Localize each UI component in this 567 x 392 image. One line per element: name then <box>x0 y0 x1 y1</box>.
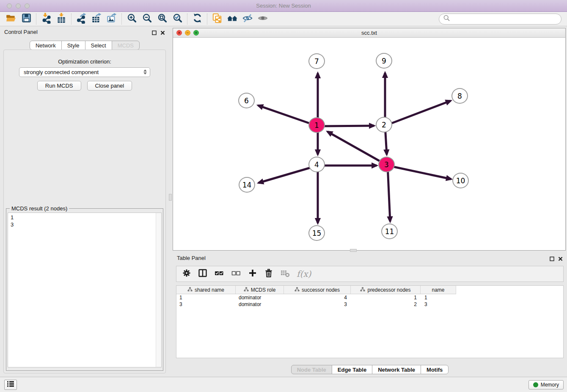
cell-shared-name[interactable]: 1 <box>176 294 236 301</box>
table-tabs: Node Table Edge Table Network Table Moti… <box>173 365 567 374</box>
graph-node-7[interactable]: 7 <box>308 53 325 69</box>
tab-network[interactable]: Network <box>30 41 62 50</box>
cell-name[interactable]: 1 <box>421 294 456 301</box>
graph-node-6[interactable]: 6 <box>238 93 255 108</box>
show-all-button[interactable] <box>255 13 270 25</box>
graph-edge-1-2[interactable] <box>318 126 374 126</box>
table-header-row: shared name MCDS role successor nodes pr… <box>176 286 563 294</box>
node-table: shared name MCDS role successor nodes pr… <box>176 285 564 358</box>
export-table-button[interactable] <box>89 13 104 25</box>
optimization-criterion-select[interactable]: strongly connected component <box>19 67 150 77</box>
close-panel-icon[interactable] <box>558 255 563 263</box>
import-table-button[interactable] <box>54 13 69 25</box>
table-panel-title: Table Panel <box>177 255 206 261</box>
graph-edge-4-14[interactable] <box>259 166 318 183</box>
table-settings-button[interactable] <box>182 268 191 279</box>
memory-button[interactable]: Memory <box>528 380 564 389</box>
graph-node-3[interactable]: 3 <box>378 157 395 172</box>
network-from-selection-button[interactable] <box>209 13 225 25</box>
zoom-out-button[interactable] <box>139 13 154 25</box>
table-row[interactable]: 1 dominator 4 1 1 <box>176 294 563 301</box>
result-scrollbar[interactable] <box>156 213 161 367</box>
graph-node-15[interactable]: 15 <box>308 225 325 241</box>
cell-successor-nodes[interactable]: 3 <box>284 301 351 308</box>
eye-slash-icon <box>242 13 253 25</box>
run-mcds-button[interactable]: Run MCDS <box>37 81 81 91</box>
graph-node-9[interactable]: 9 <box>376 53 392 69</box>
copy-network-icon <box>212 13 223 25</box>
select-all-button[interactable] <box>214 268 224 279</box>
window-title: Session: New Session <box>0 3 567 9</box>
graph-node-14[interactable]: 14 <box>239 177 255 193</box>
search-input[interactable] <box>452 16 557 22</box>
import-table-icon <box>56 13 67 25</box>
save-session-button[interactable] <box>19 13 34 25</box>
control-panel: Control Panel Network Style Select MCDS … <box>0 26 169 377</box>
graph-edge-3-1[interactable] <box>328 132 388 166</box>
table-row[interactable]: 3 dominator 3 2 3 <box>176 301 563 308</box>
tab-style[interactable]: Style <box>61 41 85 50</box>
tab-network-table[interactable]: Network Table <box>372 365 421 374</box>
cell-mcds-role[interactable]: dominator <box>236 294 284 301</box>
column-header-shared-name[interactable]: shared name <box>176 286 236 294</box>
close-panel-button[interactable]: Close panel <box>87 81 132 91</box>
tab-node-table[interactable]: Node Table <box>291 365 332 374</box>
panel-splitter-handle[interactable] <box>169 194 172 201</box>
cell-predecessor-nodes[interactable]: 1 <box>351 294 421 301</box>
column-label: MCDS role <box>251 287 276 293</box>
graph-node-10[interactable]: 10 <box>452 173 469 188</box>
float-panel-icon[interactable] <box>152 29 157 37</box>
cell-successor-nodes[interactable]: 4 <box>284 294 351 301</box>
hierarchy-icon <box>187 287 193 293</box>
status-bar: Memory <box>0 377 567 392</box>
graph-node-1[interactable]: 1 <box>308 117 325 133</box>
open-session-button[interactable] <box>3 13 19 25</box>
column-header-successor-nodes[interactable]: successor nodes <box>284 286 351 294</box>
graph-node-8[interactable]: 8 <box>451 88 468 104</box>
float-panel-icon[interactable] <box>550 255 554 263</box>
network-window: × − + scc.txt <box>173 28 566 251</box>
show-home-button[interactable] <box>225 13 240 25</box>
add-column-button[interactable] <box>248 268 257 279</box>
toolbar-separator <box>207 14 207 25</box>
graph-edge-3-11[interactable] <box>388 166 390 221</box>
function-builder-button[interactable]: f(x) <box>297 269 311 279</box>
graph-edge-3-10[interactable] <box>388 166 451 179</box>
cell-name[interactable]: 3 <box>421 301 456 308</box>
graph-node-4[interactable]: 4 <box>308 157 325 172</box>
network-canvas[interactable]: 1 2 3 4 6 7 8 9 10 11 14 15 <box>173 38 565 250</box>
graph-node-11[interactable]: 11 <box>381 224 398 239</box>
delete-table-button[interactable] <box>280 268 290 279</box>
graph-node-2[interactable]: 2 <box>376 117 392 133</box>
mcds-pane: Optimization criterion: strongly connect… <box>3 50 166 373</box>
mcds-result-area[interactable]: 1 3 <box>8 213 162 367</box>
column-header-mcds-role[interactable]: MCDS role <box>236 286 284 294</box>
task-history-button[interactable] <box>4 380 17 390</box>
graph-edge-2-8[interactable] <box>385 101 451 126</box>
tab-motifs[interactable]: Motifs <box>421 365 449 374</box>
table-columns-button[interactable] <box>198 268 207 279</box>
zoom-selected-button[interactable] <box>170 13 185 25</box>
column-header-name[interactable]: name <box>421 286 456 294</box>
fit-content-button[interactable] <box>154 13 170 25</box>
tab-edge-table[interactable]: Edge Table <box>332 365 372 374</box>
toolbar-separator <box>36 14 36 25</box>
refresh-network-button[interactable] <box>190 13 205 25</box>
import-network-button[interactable] <box>39 13 54 25</box>
zoom-in-button[interactable] <box>124 13 139 25</box>
tab-select[interactable]: Select <box>85 41 112 50</box>
cell-predecessor-nodes[interactable]: 2 <box>351 301 421 308</box>
export-network-button[interactable] <box>74 13 89 25</box>
deselect-all-button[interactable] <box>231 268 241 279</box>
cell-shared-name[interactable]: 3 <box>176 301 236 308</box>
hide-selected-button[interactable] <box>240 13 255 25</box>
mcds-result-value: 3 <box>8 221 161 228</box>
tab-mcds[interactable]: MCDS <box>112 41 140 50</box>
search-box[interactable] <box>439 14 561 25</box>
delete-column-button[interactable] <box>264 268 273 279</box>
close-panel-icon[interactable] <box>160 29 165 37</box>
network-window-titlebar[interactable]: × − + scc.txt <box>173 28 565 38</box>
column-header-predecessor-nodes[interactable]: predecessor nodes <box>351 286 421 294</box>
export-image-button[interactable] <box>104 13 119 25</box>
cell-mcds-role[interactable]: dominator <box>236 301 284 308</box>
